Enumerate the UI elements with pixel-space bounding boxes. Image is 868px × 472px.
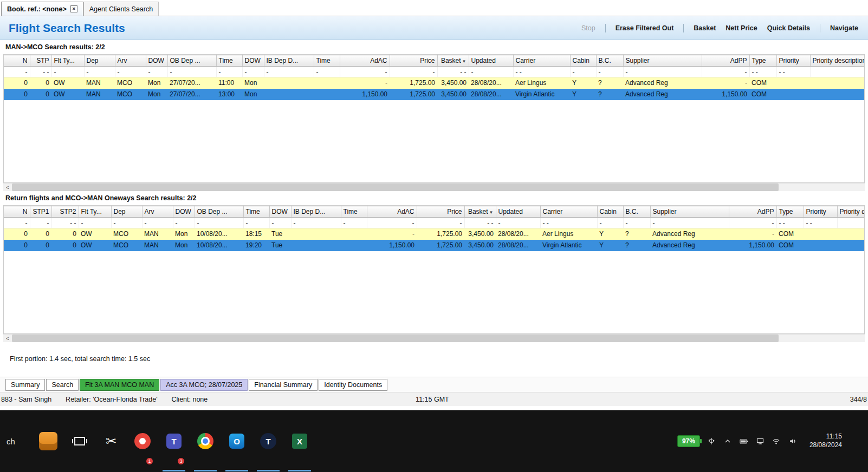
excel-taskbar-button[interactable]: X xyxy=(284,410,315,472)
column-header-priority-de[interactable]: Priority de... xyxy=(837,206,864,218)
column-header-time[interactable]: Time xyxy=(341,206,367,218)
filter-cell[interactable]: - - xyxy=(776,67,810,77)
chevron-up-icon[interactable] xyxy=(723,436,733,446)
column-header-supplier[interactable]: Supplier xyxy=(623,55,702,67)
wifi-icon[interactable] xyxy=(772,436,781,446)
filter-cell[interactable]: - - xyxy=(51,218,79,228)
ethernet-icon[interactable] xyxy=(755,436,765,446)
filter-cell[interactable]: - xyxy=(650,218,729,228)
toolbar-button-basket[interactable]: Basket xyxy=(694,24,716,32)
column-header-stp1[interactable]: STP1 xyxy=(30,206,51,218)
filter-cell[interactable]: - xyxy=(623,67,702,77)
column-header-updated[interactable]: Updated xyxy=(469,55,513,67)
column-header-n[interactable]: N xyxy=(4,206,30,218)
column-header-dep[interactable]: Dep xyxy=(111,206,142,218)
filter-cell[interactable]: - - xyxy=(749,67,776,77)
red-browser-taskbar-button[interactable]: 1 xyxy=(127,410,158,472)
filter-cell[interactable]: - - xyxy=(437,67,469,77)
column-header-flt-ty[interactable]: Flt Ty... xyxy=(51,55,84,67)
filter-cell[interactable]: - xyxy=(195,218,243,228)
column-header-adac[interactable]: AdAC xyxy=(340,55,390,67)
filter-cell[interactable]: - xyxy=(30,218,51,228)
filter-cell[interactable]: - - xyxy=(804,218,837,228)
filter-cell[interactable]: - xyxy=(173,218,195,228)
toolbar-button-stop[interactable]: Stop xyxy=(581,24,595,32)
column-header-price[interactable]: Price xyxy=(417,206,464,218)
scrollbar-track[interactable] xyxy=(779,335,865,342)
column-header-dow[interactable]: DOW xyxy=(146,55,167,67)
taskbar-search-text[interactable]: ch xyxy=(0,437,33,446)
column-header-adac[interactable]: AdAC xyxy=(367,206,417,218)
column-header-ob-dep[interactable]: OB Dep ... xyxy=(195,206,243,218)
filter-cell[interactable]: - xyxy=(623,218,650,228)
speaker-icon[interactable] xyxy=(788,436,798,446)
battery-percentage[interactable]: 97% xyxy=(677,435,700,447)
result-row[interactable]: 000OWMCOMANMon10/08/20...19:20Tue1,150.0… xyxy=(4,240,864,251)
filter-cell[interactable]: - xyxy=(115,67,146,77)
usb-icon[interactable] xyxy=(707,436,716,446)
column-header-priority[interactable]: Priority xyxy=(776,55,810,67)
column-header-ob-dep[interactable]: OB Dep ... xyxy=(167,55,216,67)
filter-cell[interactable]: - xyxy=(390,67,437,77)
scissors-app-taskbar-button[interactable]: ✂ xyxy=(95,410,127,472)
bottom-tab-search[interactable]: Search xyxy=(46,379,79,391)
dark-t-app-taskbar-button[interactable]: T xyxy=(252,410,284,472)
scroll-left-button[interactable]: < xyxy=(3,335,12,342)
result-row[interactable]: 00OWMANMCOMon27/07/20...13:00Mon1,150.00… xyxy=(4,89,864,100)
column-header-time[interactable]: Time xyxy=(314,55,340,67)
toolbar-button-quick-details[interactable]: Quick Details xyxy=(767,24,810,32)
column-header-priority[interactable]: Priority xyxy=(804,206,837,218)
column-header-time[interactable]: Time xyxy=(216,55,242,67)
bottom-tab-acc-3a-mco-28-07-2025[interactable]: Acc 3A MCO; 28/07/2025 xyxy=(160,379,248,391)
filter-cell[interactable]: - xyxy=(269,218,291,228)
filter-cell[interactable]: - xyxy=(729,218,776,228)
filter-cell[interactable]: - - xyxy=(776,218,804,228)
bottom-tab-financial-summary[interactable]: Financial Summary xyxy=(249,379,318,391)
column-header-carrier[interactable]: Carrier xyxy=(540,206,597,218)
orange-app-taskbar-button[interactable] xyxy=(33,410,64,472)
column-header-priority-description[interactable]: Priority description xyxy=(810,55,864,67)
filter-cell[interactable]: - xyxy=(142,218,173,228)
bottom-tab-identity-documents[interactable]: Identity Documents xyxy=(319,379,387,391)
column-header-basket[interactable]: Basket▼ xyxy=(464,206,496,218)
filter-cell[interactable]: - xyxy=(367,218,417,228)
filter-cell[interactable]: - xyxy=(340,67,390,77)
column-header-arv[interactable]: Arv xyxy=(142,206,173,218)
filter-cell[interactable]: - - xyxy=(30,67,51,77)
filter-cell[interactable]: - xyxy=(314,67,340,77)
column-header-dow[interactable]: DOW xyxy=(173,206,195,218)
window-tab-book-ref-none[interactable]: Book. ref.: <none>✕ xyxy=(1,2,83,16)
close-icon[interactable]: ✕ xyxy=(70,5,77,12)
column-header-carrier[interactable]: Carrier xyxy=(513,55,570,67)
filter-cell[interactable]: - xyxy=(167,67,216,77)
filter-cell[interactable]: - xyxy=(51,67,84,77)
filter-cell[interactable] xyxy=(810,67,864,77)
filter-cell[interactable]: - xyxy=(341,218,367,228)
bottom-tab-summary[interactable]: Summary xyxy=(5,379,45,391)
scrollbar-track[interactable] xyxy=(779,183,865,191)
task-view-taskbar-button[interactable] xyxy=(64,410,95,472)
column-header-cabin[interactable]: Cabin xyxy=(597,206,623,218)
chrome-taskbar-button[interactable] xyxy=(190,410,221,472)
bottom-tab-flt-3a-man-mco-man[interactable]: Flt 3A MAN MCO MAN xyxy=(80,379,159,391)
filter-cell[interactable]: - xyxy=(570,67,596,77)
column-header-ib-dep-d[interactable]: IB Dep D... xyxy=(264,55,314,67)
filter-cell[interactable]: - xyxy=(596,67,623,77)
filter-cell[interactable]: - xyxy=(702,67,749,77)
column-header-type[interactable]: Type xyxy=(776,206,804,218)
column-header-ib-dep-d[interactable]: IB Dep D... xyxy=(291,206,341,218)
column-header-b-c[interactable]: B.C. xyxy=(623,206,650,218)
column-header-basket[interactable]: Basket▼ xyxy=(437,55,469,67)
filter-cell[interactable] xyxy=(837,218,864,228)
scrollbar-thumb[interactable] xyxy=(12,335,779,342)
filter-cell[interactable]: - xyxy=(4,67,30,77)
result-row[interactable]: 00OWMANMCOMon27/07/20...11:00Mon-1,725.0… xyxy=(4,77,864,89)
scroll-left-button[interactable]: < xyxy=(3,183,12,191)
filter-cell[interactable]: - xyxy=(264,67,314,77)
toolbar-button-navigate[interactable]: Navigate xyxy=(830,24,858,32)
filter-cell[interactable]: - xyxy=(4,218,30,228)
battery-icon[interactable] xyxy=(739,436,749,446)
filter-cell[interactable]: - xyxy=(496,218,540,228)
column-header-price[interactable]: Price xyxy=(390,55,437,67)
filter-cell[interactable]: - xyxy=(146,67,167,77)
